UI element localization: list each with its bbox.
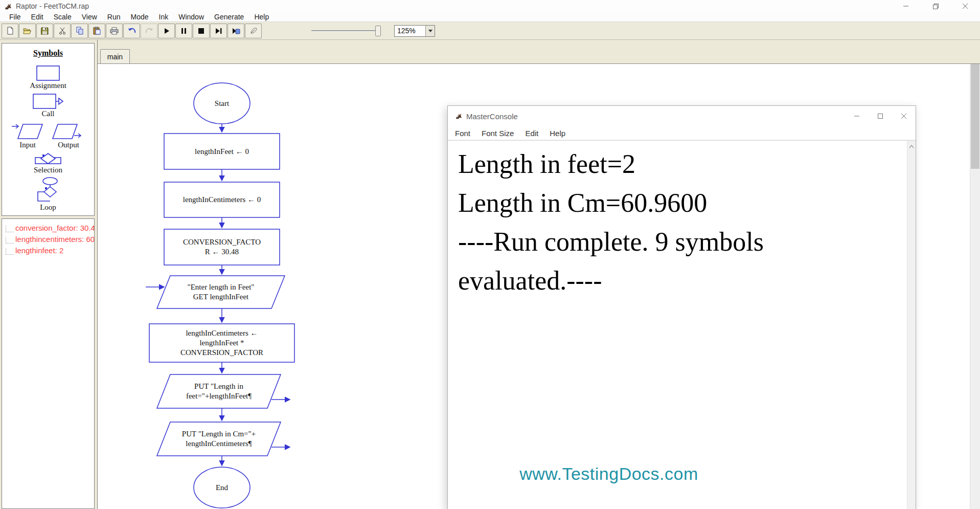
raptor-logo-icon xyxy=(455,113,462,120)
redo-button[interactable] xyxy=(141,24,157,38)
watch-item[interactable]: conversion_factor: 30.48 xyxy=(2,221,94,232)
tree-twig-icon xyxy=(6,237,14,244)
ink-pen-button[interactable] xyxy=(245,24,262,38)
end-label: End xyxy=(194,467,250,508)
save-button[interactable] xyxy=(36,24,53,38)
scrollbar-thumb[interactable] xyxy=(971,64,979,169)
copy-button[interactable] xyxy=(71,24,88,38)
tab-main[interactable]: main xyxy=(100,49,130,63)
print-button[interactable] xyxy=(106,24,123,38)
menu-file[interactable]: File xyxy=(4,13,26,21)
symbol-label-selection: Selection xyxy=(2,166,94,174)
watch-value: lengthincentimeters: 60.9600 xyxy=(15,235,94,244)
menu-run[interactable]: Run xyxy=(102,13,126,21)
console-title-bar: MasterConsole xyxy=(448,106,916,126)
zoom-dropdown[interactable]: 125% xyxy=(394,25,435,37)
menu-window[interactable]: Window xyxy=(173,13,209,21)
console-title: MasterConsole xyxy=(466,112,845,121)
menu-edit[interactable]: Edit xyxy=(26,13,49,21)
start-label: Start xyxy=(194,83,250,124)
menu-ink[interactable]: Ink xyxy=(154,13,174,21)
pause-button[interactable] xyxy=(175,24,192,38)
tree-twig-icon xyxy=(6,226,14,232)
watch-value: lengthinfeet: 2 xyxy=(15,246,63,255)
console-scrollbar[interactable] xyxy=(907,141,916,509)
speed-slider[interactable] xyxy=(311,30,379,32)
node-label: "Enter length in Feet" GET lengthInFeet xyxy=(166,276,276,308)
node-label: PUT "Length in feet="+lengthInFeet¶ xyxy=(162,374,276,408)
tree-twig-icon xyxy=(6,248,14,255)
tab-strip: main xyxy=(98,40,980,63)
cut-button[interactable] xyxy=(54,24,71,38)
symbol-label-loop: Loop xyxy=(2,203,94,212)
speed-slider-track xyxy=(311,30,379,32)
watermark-text: www.TestingDocs.com xyxy=(509,464,709,484)
symbols-title: Symbols xyxy=(2,49,94,58)
window-title: Raptor - FeetToCM.rap xyxy=(16,2,891,10)
assignment-symbol-icon[interactable] xyxy=(2,65,94,81)
console-line: Length in feet=2 xyxy=(458,145,916,184)
symbol-label-input: Input xyxy=(11,141,44,149)
flowchart-canvas[interactable]: Start lengthInFeet ← 0 lengthInCentimete… xyxy=(98,63,980,509)
call-symbol-icon[interactable] xyxy=(2,93,94,109)
node-label: CONVERSION_FACTO R ← 30.48 xyxy=(164,229,280,265)
node-label: PUT "Length in Cm="+ lengthInCentimeters… xyxy=(162,422,276,456)
selection-symbol-icon[interactable] xyxy=(2,152,94,166)
console-maximize-button[interactable] xyxy=(869,106,892,126)
open-button[interactable] xyxy=(19,24,36,38)
toolbar: 125% xyxy=(0,22,980,40)
zoom-value: 125% xyxy=(395,26,425,36)
console-output-text: Length in feet=2 Length in Cm=60.9600 --… xyxy=(448,141,916,300)
step-button[interactable] xyxy=(210,24,227,38)
symbols-panel: Symbols Assignment Call xyxy=(2,43,95,216)
watch-value: conversion_factor: 30.48 xyxy=(15,224,94,232)
variable-watch-panel: conversion_factor: 30.48 lengthincentime… xyxy=(2,218,95,509)
raptor-logo-icon xyxy=(4,3,12,10)
raptor-window: Raptor - FeetToCM.rap File Edit Scale Vi… xyxy=(0,0,980,509)
console-minimize-button[interactable] xyxy=(845,106,869,126)
symbol-label-assignment: Assignment xyxy=(2,81,94,90)
console-output-area[interactable]: Length in feet=2 Length in Cm=60.9600 --… xyxy=(448,140,916,509)
canvas-vertical-scrollbar[interactable] xyxy=(970,64,980,509)
input-symbol-icon[interactable] xyxy=(11,122,44,141)
node-label: lengthInCentimeters ← lengthInFeet * CON… xyxy=(149,324,294,362)
symbol-label-call: Call xyxy=(2,109,94,118)
console-menu-font-size[interactable]: Font Size xyxy=(482,129,514,138)
menu-generate[interactable]: Generate xyxy=(209,13,249,21)
title-bar: Raptor - FeetToCM.rap xyxy=(0,0,980,12)
console-menu-font[interactable]: Font xyxy=(455,129,470,138)
menu-mode[interactable]: Mode xyxy=(126,13,154,21)
undo-button[interactable] xyxy=(123,24,140,38)
console-line: Length in Cm=60.9600 xyxy=(458,184,916,223)
minimize-button[interactable] xyxy=(891,0,921,12)
play-button[interactable] xyxy=(158,24,175,38)
watch-item[interactable]: lengthincentimeters: 60.9600 xyxy=(2,232,94,244)
menu-view[interactable]: View xyxy=(77,13,102,21)
menu-help[interactable]: Help xyxy=(249,13,274,21)
loop-symbol-icon[interactable] xyxy=(2,176,94,203)
run-to-input-button[interactable] xyxy=(227,24,244,38)
node-label: lengthInCentimeters ← 0 xyxy=(164,182,280,217)
new-button[interactable] xyxy=(2,24,18,38)
node-label: lengthInFeet ← 0 xyxy=(164,134,280,169)
close-button[interactable] xyxy=(950,0,980,12)
stop-button[interactable] xyxy=(193,24,210,38)
console-menu-help[interactable]: Help xyxy=(550,129,565,138)
master-console-window: MasterConsole Font Font Size xyxy=(447,105,916,509)
console-close-button[interactable] xyxy=(892,106,916,126)
zoom-dropdown-arrow-icon[interactable] xyxy=(425,26,435,36)
menu-scale[interactable]: Scale xyxy=(49,13,77,21)
console-menu-bar: Font Font Size Edit Help xyxy=(448,126,916,140)
output-symbol-icon[interactable] xyxy=(52,122,85,141)
console-line: evaluated.---- xyxy=(458,261,916,300)
speed-slider-handle[interactable] xyxy=(375,26,381,36)
sidebar: Symbols Assignment Call xyxy=(0,40,97,509)
watch-item[interactable]: lengthinfeet: 2 xyxy=(2,244,94,255)
symbol-label-output: Output xyxy=(52,141,85,149)
console-line: ----Run complete. 9 symbols xyxy=(458,223,916,261)
paste-button[interactable] xyxy=(88,24,105,38)
menu-bar: File Edit Scale View Run Mode Ink Window… xyxy=(0,12,980,22)
restore-button[interactable] xyxy=(921,0,950,12)
console-menu-edit[interactable]: Edit xyxy=(525,129,538,138)
